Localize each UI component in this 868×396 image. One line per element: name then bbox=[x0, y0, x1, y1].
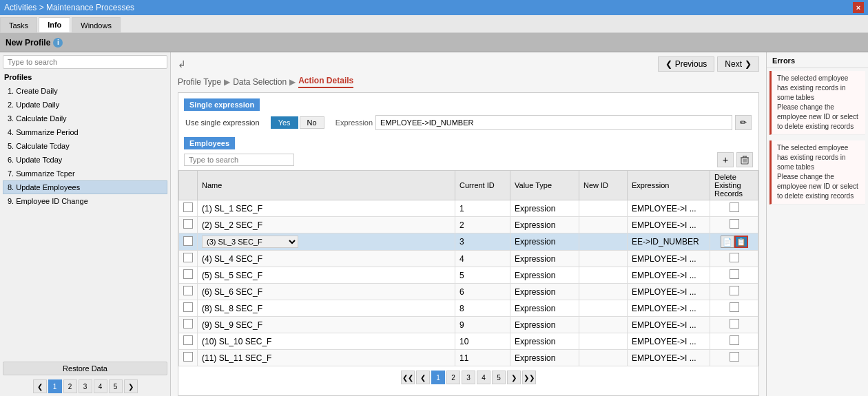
row-name-cell: (6) SL_6 SEC_F bbox=[198, 284, 455, 300]
row-delete-existing-checkbox[interactable] bbox=[730, 302, 739, 312]
sidebar-page-1[interactable]: 1 bbox=[48, 379, 62, 393]
top-tabs: Tasks Info Windows bbox=[0, 15, 868, 33]
row-checkbox[interactable] bbox=[183, 319, 193, 329]
table-row[interactable]: (2) SL_2 SEC_F2ExpressionEMPLOYEE->I ... bbox=[179, 217, 758, 233]
use-single-expression-label: Use single expression bbox=[185, 118, 260, 127]
sidebar-next-button[interactable]: ❯ bbox=[124, 379, 138, 393]
tab-tasks[interactable]: Tasks bbox=[0, 17, 37, 32]
sidebar-item-update-tcday[interactable]: 6. Update Tcday bbox=[3, 153, 167, 167]
row-delete-existing-checkbox[interactable] bbox=[730, 202, 739, 212]
sidebar-item-calculate-tcday[interactable]: 5. Calculate Tcday bbox=[3, 139, 167, 153]
row-delete-existing-checkbox[interactable] bbox=[730, 253, 739, 262]
row-checkbox[interactable] bbox=[183, 236, 193, 246]
page-4-button[interactable]: 4 bbox=[477, 371, 490, 384]
steps-row: Profile Type ▶ Data Selection ▶ Action D… bbox=[171, 76, 766, 92]
row-delete-existing-checkbox[interactable] bbox=[730, 319, 739, 329]
sidebar-page-3[interactable]: 3 bbox=[79, 379, 92, 393]
first-page-button[interactable]: ❮❮ bbox=[401, 371, 415, 384]
row-delete-existing-cell bbox=[710, 284, 758, 300]
employees-table: Name Current ID Value Type New ID Expres… bbox=[178, 170, 758, 366]
col-checkbox bbox=[179, 171, 198, 200]
no-button[interactable]: No bbox=[300, 116, 324, 129]
row-delete-existing-checkbox[interactable] bbox=[730, 269, 739, 279]
sidebar-item-update-employees[interactable]: 8. Update Employees bbox=[3, 180, 167, 194]
page-1-button[interactable]: 1 bbox=[431, 371, 445, 384]
row-value-type-cell: Expression bbox=[510, 284, 579, 300]
row-current-id-cell: 10 bbox=[455, 333, 510, 350]
table-row[interactable]: (5) SL_5 SEC_F5ExpressionEMPLOYEE->I ... bbox=[179, 267, 758, 284]
row-checkbox-cell bbox=[179, 317, 198, 333]
next-page-button[interactable]: ❯ bbox=[507, 371, 521, 384]
employees-header[interactable]: Employees bbox=[184, 137, 235, 149]
table-toolbar: + bbox=[178, 149, 758, 170]
next-label: Next bbox=[725, 59, 742, 69]
row-checkbox[interactable] bbox=[183, 253, 193, 262]
error-item-1: The selected employee has existing recor… bbox=[769, 71, 865, 135]
add-row-button[interactable]: + bbox=[717, 152, 734, 167]
row-name-select[interactable]: (3) SL_3 SEC_F bbox=[202, 236, 298, 248]
row-edit-button[interactable]: 📄 bbox=[721, 236, 734, 248]
prev-page-button[interactable]: ❮ bbox=[416, 371, 430, 384]
restore-data-button[interactable]: Restore Data bbox=[3, 362, 167, 375]
row-expression-cell: EE->ID_NUMBER bbox=[628, 233, 710, 251]
sidebar-page-2[interactable]: 2 bbox=[63, 379, 77, 393]
row-name-cell: (8) SL_8 SEC_F bbox=[198, 300, 455, 317]
last-page-button[interactable]: ❯❯ bbox=[522, 371, 536, 384]
step-action-details[interactable]: Action Details bbox=[298, 76, 353, 88]
step-data-selection[interactable]: Data Selection bbox=[233, 77, 287, 87]
delete-row-button[interactable] bbox=[736, 152, 753, 167]
previous-button[interactable]: ❮ Previous bbox=[658, 56, 715, 72]
expression-edit-button[interactable]: ✏ bbox=[735, 115, 752, 130]
table-row[interactable]: (3) SL_3 SEC_F3ExpressionEE->ID_NUMBER📄📋 bbox=[179, 233, 758, 251]
employees-section: Employees + bbox=[178, 134, 758, 388]
info-icon[interactable]: i bbox=[53, 38, 63, 48]
row-checkbox[interactable] bbox=[183, 335, 193, 345]
row-delete-existing-checkbox[interactable] bbox=[730, 286, 739, 295]
row-checkbox[interactable] bbox=[183, 219, 193, 229]
title-bar-label: Activities > Maintenance Processes bbox=[4, 3, 134, 12]
row-value-type-cell: Expression bbox=[510, 200, 579, 217]
single-expression-header[interactable]: Single expression bbox=[184, 98, 260, 111]
row-checkbox[interactable] bbox=[183, 286, 193, 295]
row-delete-existing-checkbox[interactable] bbox=[730, 219, 739, 229]
table-row[interactable]: (10) SL_10 SEC_F10ExpressionEMPLOYEE->I … bbox=[179, 333, 758, 350]
search-input[interactable] bbox=[3, 55, 167, 69]
tab-info[interactable]: Info bbox=[39, 17, 70, 32]
row-copy-button[interactable]: 📋 bbox=[734, 236, 748, 248]
tab-windows[interactable]: Windows bbox=[72, 17, 121, 32]
sidebar-item-update-daily[interactable]: 2. Update Daily bbox=[3, 98, 167, 112]
next-button[interactable]: Next ❯ bbox=[717, 56, 759, 72]
sidebar-item-create-daily[interactable]: 1. Create Daily bbox=[3, 84, 167, 98]
table-row[interactable]: (9) SL_9 SEC_F9ExpressionEMPLOYEE->I ... bbox=[179, 317, 758, 333]
row-checkbox[interactable] bbox=[183, 352, 193, 362]
row-delete-existing-checkbox[interactable] bbox=[730, 352, 739, 362]
yes-button[interactable]: Yes bbox=[271, 116, 298, 129]
row-checkbox-cell bbox=[179, 217, 198, 233]
page-2-button[interactable]: 2 bbox=[446, 371, 460, 384]
sidebar-page-4[interactable]: 4 bbox=[94, 379, 107, 393]
sidebar-item-summarize-period[interactable]: 4. Summarize Period bbox=[3, 125, 167, 139]
sidebar-prev-button[interactable]: ❮ bbox=[33, 379, 47, 393]
row-delete-existing-checkbox[interactable] bbox=[730, 335, 739, 345]
employees-search-input[interactable] bbox=[184, 154, 294, 166]
sidebar-item-employee-id-change[interactable]: 9. Employee ID Change bbox=[3, 194, 167, 208]
table-row[interactable]: (11) SL_11 SEC_F11ExpressionEMPLOYEE->I … bbox=[179, 350, 758, 366]
table-row[interactable]: (8) SL_8 SEC_F8ExpressionEMPLOYEE->I ... bbox=[179, 300, 758, 317]
row-checkbox[interactable] bbox=[183, 302, 193, 312]
nav-row: ↲ ❮ Previous Next ❯ bbox=[171, 52, 766, 76]
table-row[interactable]: (6) SL_6 SEC_F6ExpressionEMPLOYEE->I ... bbox=[179, 284, 758, 300]
page-3-button[interactable]: 3 bbox=[462, 371, 475, 384]
row-checkbox[interactable] bbox=[183, 269, 193, 279]
sidebar-item-calculate-daily[interactable]: 3. Calculate Daily bbox=[3, 112, 167, 125]
row-delete-existing-cell bbox=[710, 350, 758, 366]
expression-input[interactable] bbox=[375, 115, 732, 130]
sidebar-page-5[interactable]: 5 bbox=[109, 379, 123, 393]
close-button[interactable]: × bbox=[853, 2, 864, 13]
step-profile-type[interactable]: Profile Type bbox=[178, 77, 221, 87]
table-row[interactable]: (4) SL_4 SEC_F4ExpressionEMPLOYEE->I ... bbox=[179, 251, 758, 267]
sidebar-item-summarize-tcper[interactable]: 7. Summarize Tcper bbox=[3, 167, 167, 180]
table-row[interactable]: (1) SL_1 SEC_F1ExpressionEMPLOYEE->I ... bbox=[179, 200, 758, 217]
row-checkbox[interactable] bbox=[183, 202, 193, 212]
right-panel: Errors The selected employee has existin… bbox=[766, 52, 868, 396]
page-5-button[interactable]: 5 bbox=[492, 371, 506, 384]
